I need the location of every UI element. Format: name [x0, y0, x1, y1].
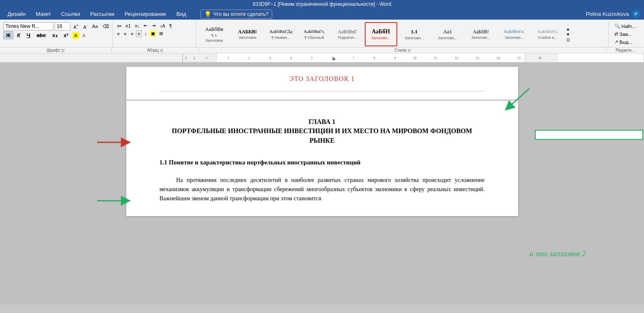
svg-text:10: 10 [413, 56, 416, 60]
font-grow-btn[interactable]: A+ [72, 23, 80, 30]
what-label: Что вы хотите сделать? [213, 11, 269, 17]
styles-dialog-icon[interactable]: ⊡ [408, 48, 411, 53]
bullets-btn[interactable]: ≡• [115, 23, 123, 29]
style-named[interactable]: АаБбВвГДд ¶ Назван... [265, 22, 297, 46]
gallery-down-btn[interactable]: ▼ [565, 32, 571, 37]
svg-text:1: 1 [206, 56, 208, 60]
menu-rassylki[interactable]: Рассылки [86, 9, 118, 19]
increase-indent-btn[interactable]: ⇥ [150, 22, 157, 29]
select-icon: ↗ [614, 39, 618, 45]
line-spacing-btn[interactable]: ↕ [143, 30, 148, 37]
font-color-btn[interactable]: A [80, 32, 87, 39]
styles-gallery: АаБбВв ¶ А Заголовок ААББВ! Заголовок Аа… [196, 21, 609, 47]
font-name-input[interactable] [3, 22, 53, 30]
ribbon: A+ A- Аа ⌫ Ж К Ч abc x₂ x² A A ≡• ≡1 ≡↓ [0, 20, 644, 53]
style-normal[interactable]: АаБбВв ¶ А Заголовок [198, 22, 231, 46]
chapter-subtitle: ПОРТФЕЛЬНЫЕ ИНОСТРАННЫЕ ИНВЕСТИЦИИ И ИХ … [160, 126, 485, 145]
document-wrapper: ЭТО ЗАГОЛОВОК 1 [0, 63, 644, 305]
strikethrough-btn[interactable]: abc [34, 31, 48, 39]
superscript-btn[interactable]: x² [61, 31, 71, 39]
what-box[interactable]: 💡 Что вы хотите сделать? [200, 10, 273, 19]
subscript-btn[interactable]: x₂ [50, 31, 60, 39]
font-size-input[interactable] [55, 22, 70, 30]
style-heading1-gallery[interactable]: ААББВ! Заголовок [231, 22, 264, 46]
svg-text:16: 16 [538, 56, 541, 60]
underline-btn[interactable]: Ч [24, 31, 33, 39]
style-aabbvego[interactable]: АаБбВеГо. Заголово... [498, 22, 531, 46]
style-zagolovok-active[interactable]: АаБбН Заголово... [365, 22, 397, 46]
find-btn[interactable]: 🔍 Найт... [612, 22, 639, 30]
style-aabbv-preview: АаБбВ! [473, 29, 489, 35]
style-sub[interactable]: АаБбВвГ Подзагол... [331, 22, 364, 46]
red-arrow-svg [97, 134, 135, 151]
clear-format-btn[interactable]: ⌫ [101, 23, 111, 30]
menu-retsenz[interactable]: Рецензирование [120, 9, 170, 19]
style-normal-label2: Заголовок [205, 38, 223, 43]
align-right-btn[interactable]: ≡ [129, 30, 135, 37]
svg-text:9: 9 [394, 56, 396, 60]
numbering-btn[interactable]: ≡1 [124, 23, 133, 29]
gallery-up-btn[interactable]: ▲ [565, 26, 571, 32]
change-case-btn[interactable]: Аа [90, 23, 100, 30]
borders-btn[interactable]: ⊞ [158, 30, 165, 37]
decrease-indent-btn[interactable]: ⇤ [142, 22, 149, 29]
svg-text:14: 14 [496, 56, 500, 60]
show-marks-btn[interactable]: ¶ [168, 23, 173, 29]
sort-btn[interactable]: ↕A [158, 23, 167, 29]
align-center-btn[interactable]: ≡ [122, 30, 128, 37]
align-justify-btn[interactable]: ≡ [136, 30, 142, 37]
style-aabbv[interactable]: АаБбВ! Заголово... [465, 22, 497, 46]
svg-text:8: 8 [373, 56, 375, 60]
align-left-btn[interactable]: ≡ [115, 30, 121, 37]
style-slaboe-label: Слабое в... [538, 35, 557, 40]
style-zagolovok-label: Заголово... [371, 36, 391, 40]
lightbulb-icon: 💡 [204, 11, 211, 18]
style-h1-preview: ААББВ! [238, 29, 257, 35]
para-dialog-icon[interactable]: ⊡ [160, 48, 163, 53]
style-sub-label: Подзагол... [338, 35, 357, 40]
style-normal-preview: АаБбВв [205, 26, 223, 33]
menu-ssylki[interactable]: Ссылки [57, 9, 85, 19]
shading-btn[interactable]: ▣ [149, 30, 157, 37]
font-controls: A+ A- Аа ⌫ Ж К Ч abc x₂ x² A A [2, 21, 113, 47]
styles-items: АаБбВв ¶ А Заголовок ААББВ! Заголовок Аа… [198, 22, 564, 46]
font-row2: Ж К Ч abc x₂ x² A A [3, 31, 111, 39]
replace-label: Зам... [619, 32, 632, 37]
style-11-label: Заголово... [405, 36, 424, 40]
replace-btn[interactable]: ⇄ Зам... [612, 30, 639, 38]
menu-maket[interactable]: Макет [32, 9, 55, 19]
page-1: ЭТО ЗАГОЛОВОК 1 [126, 67, 518, 100]
font-shrink-btn[interactable]: A- [82, 23, 89, 30]
select-btn[interactable]: ↗ Выд... [612, 38, 639, 46]
style-ordinary-preview: АаБбВвГт, [304, 29, 325, 34]
body-text: На протяжении последних десятилетий в на… [160, 176, 485, 204]
style-named-preview: АаБбВвГДд [269, 29, 293, 34]
bold-btn[interactable]: Ж [3, 31, 13, 39]
para-row1: ≡• ≡1 ≡↓ ⇤ ⇥ ↕A ¶ [115, 22, 193, 29]
style-11[interactable]: 1.1 Заголово... [398, 22, 431, 46]
gallery-more-btn[interactable]: ⊡ [565, 37, 571, 43]
style-aa1-preview: Аа1 [443, 28, 452, 35]
title-bar: 833D9F~1 [Режим ограниченной функциональ… [0, 0, 644, 8]
ribbon-top: A+ A- Аа ⌫ Ж К Ч abc x₂ x² A A ≡• ≡1 ≡↓ [0, 20, 644, 47]
style-normal-label1: ¶ А [211, 33, 217, 38]
ruler-inner: 3 2 1 1 2 3 4 5 6 7 8 9 10 11 12 13 14 1… [183, 53, 644, 62]
multilevel-btn[interactable]: ≡↓ [133, 23, 142, 29]
italic-btn[interactable]: К [15, 31, 23, 39]
green-arrow-svg [97, 192, 135, 209]
svg-text:2: 2 [248, 56, 250, 60]
text-highlight-btn[interactable]: A [72, 32, 79, 39]
style-slaboe[interactable]: АаБбВеГо. Слабое в... [531, 22, 564, 46]
ribbon-green-arrow [484, 86, 534, 113]
menu-vid[interactable]: Вид [172, 9, 190, 19]
style-aa1[interactable]: Аа1 Заголово... [431, 22, 464, 46]
style-ordinary[interactable]: АаБбВвГт, ¶ Обычный [298, 22, 331, 46]
right-annotation-text: а это заголовок 2 [530, 250, 638, 258]
section-label-editing: Редакти... [606, 48, 644, 53]
menu-dizayn[interactable]: Дизайн [3, 9, 30, 19]
svg-text:3: 3 [269, 56, 271, 60]
font-dialog-icon[interactable]: ⊡ [61, 48, 65, 53]
svg-text:11: 11 [434, 56, 437, 60]
page-2: ГЛАВА 1 ПОРТФЕЛЬНЫЕ ИНОСТРАННЫЕ ИНВЕСТИЦ… [126, 101, 518, 216]
style-aabbvego-preview: АаБбВеГо. [504, 29, 524, 34]
